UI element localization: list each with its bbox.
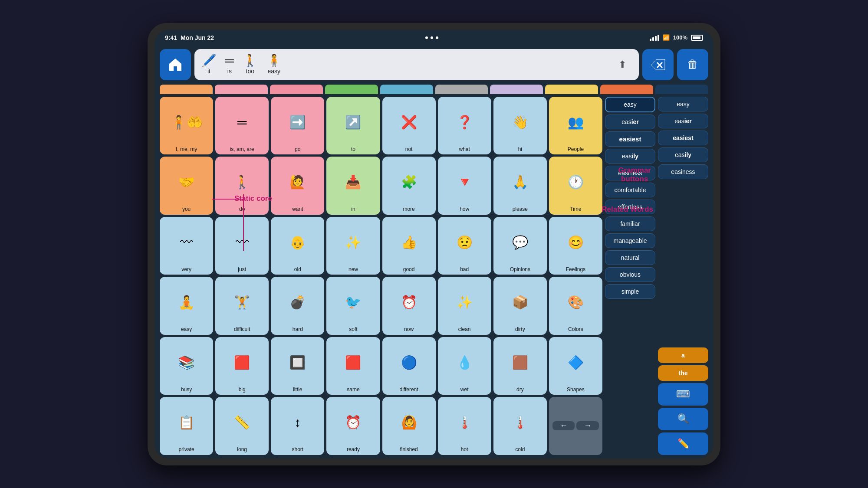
cell-soft[interactable]: 🐦 soft <box>326 277 380 335</box>
cell-is-am-are[interactable]: ═ is, am, are <box>215 97 269 155</box>
nav-left-arrow[interactable]: ← <box>552 421 575 430</box>
cell-finished[interactable]: 🙆 finished <box>382 397 436 455</box>
keyboard-button[interactable]: ⌨ <box>658 383 708 406</box>
grammar-familiar[interactable]: familiar <box>605 216 655 231</box>
related-easiest[interactable]: easiest <box>658 131 708 145</box>
cell-clean[interactable]: ✨ clean <box>438 277 491 335</box>
battery-percent: 100% <box>673 34 687 41</box>
cell-in[interactable]: 📥 in <box>326 157 380 215</box>
cell-hi[interactable]: 👋 hi <box>493 97 547 155</box>
home-button[interactable] <box>160 49 191 80</box>
category-row <box>160 85 708 94</box>
cell-very[interactable]: 〰 very <box>160 217 213 275</box>
time-display: 9:41 <box>165 34 177 41</box>
cell-people[interactable]: 👥 People <box>549 97 602 155</box>
sentence-word-easy: 🧍 easy <box>266 55 282 75</box>
cell-please[interactable]: 🙏 please <box>493 157 547 215</box>
share-button[interactable]: ⬆ <box>613 55 632 74</box>
dot1 <box>425 36 428 39</box>
related-easily[interactable]: easily <box>658 147 708 162</box>
grammar-easily[interactable]: easily <box>605 149 655 164</box>
nav-right-arrow[interactable]: → <box>576 421 599 430</box>
cell-dirty[interactable]: 📦 dirty <box>493 277 547 335</box>
cat-purple[interactable] <box>490 85 543 94</box>
cell-same[interactable]: 🟥 same <box>326 337 380 395</box>
cell-want[interactable]: 🙋 want <box>271 157 324 215</box>
cell-colors[interactable]: 🎨 Colors <box>549 277 602 335</box>
cell-feelings[interactable]: 😊 Feelings <box>549 217 602 275</box>
cat-green[interactable] <box>325 85 378 94</box>
cell-wet[interactable]: 💧 wet <box>438 337 491 395</box>
related-words-label: Related Words <box>602 205 653 214</box>
status-bar: 9:41 Mon Jun 22 📶 100% <box>155 30 713 46</box>
cell-not[interactable]: ❌ not <box>382 97 436 155</box>
dot3 <box>436 36 438 39</box>
cell-long[interactable]: 📏 long <box>215 397 269 455</box>
cell-what[interactable]: ❓ what <box>438 97 491 155</box>
cell-new[interactable]: ✨ new <box>326 217 380 275</box>
grammar-easiest[interactable]: easiest <box>605 131 655 147</box>
cell-private[interactable]: 📋 private <box>160 397 213 455</box>
related-easier[interactable]: easier <box>658 114 708 128</box>
cell-busy[interactable]: 📚 busy <box>160 337 213 395</box>
edit-button[interactable]: ✏️ <box>658 432 708 455</box>
related-easy[interactable]: easy <box>658 97 708 111</box>
grammar-natural[interactable]: natural <box>605 250 655 265</box>
cell-i-me-my[interactable]: 🧍🤲 I, me, my <box>160 97 213 155</box>
grammar-comfortable[interactable]: comfortable <box>605 183 655 197</box>
cell-ready[interactable]: ⏰ ready <box>326 397 380 455</box>
cell-hot[interactable]: 🌡️ hot <box>438 397 491 455</box>
quick-word-the[interactable]: the <box>658 365 708 381</box>
search-button[interactable]: 🔍 <box>658 408 708 430</box>
grammar-manageable[interactable]: manageable <box>605 233 655 248</box>
cell-bad[interactable]: 😟 bad <box>438 217 491 275</box>
cell-old[interactable]: 👴 old <box>271 217 324 275</box>
quick-word-a[interactable]: a <box>658 347 708 363</box>
cell-big[interactable]: 🟥 big <box>215 337 269 395</box>
cell-now[interactable]: ⏰ now <box>382 277 436 335</box>
far-right-panel: easy easier easiest easily easiness a th… <box>658 97 708 455</box>
cell-difficult[interactable]: 🏋️ difficult <box>215 277 269 335</box>
cat-yellow[interactable] <box>545 85 598 94</box>
date-display: Mon Jun 22 <box>181 34 214 41</box>
nav-arrows[interactable]: ← → <box>549 397 602 455</box>
sentence-word-it: 🖊️ it <box>201 55 217 75</box>
cell-cold[interactable]: 🌡️ cold <box>493 397 547 455</box>
cell-easy[interactable]: 🧘 easy <box>160 277 213 335</box>
sentence-word-too: 🚶 too <box>243 55 258 75</box>
trash-button[interactable]: 🗑 <box>677 49 708 80</box>
grammar-simple[interactable]: simple <box>605 284 655 299</box>
grammar-panel: easy easier easiest easily easiness comf… <box>605 97 655 455</box>
cell-short[interactable]: ↕️ short <box>271 397 324 455</box>
cell-do[interactable]: 🚶 do <box>215 157 269 215</box>
cell-shapes[interactable]: 🔷 Shapes <box>549 337 602 395</box>
cell-to[interactable]: ↗️ to <box>326 97 380 155</box>
cell-just[interactable]: 〰 just <box>215 217 269 275</box>
wifi-icon: 📶 <box>663 34 670 41</box>
cell-good[interactable]: 👍 good <box>382 217 436 275</box>
cat-orange[interactable] <box>160 85 213 94</box>
cat-pink[interactable] <box>215 85 268 94</box>
cell-dry[interactable]: 🟫 dry <box>493 337 547 395</box>
cell-opinions[interactable]: 💬 Opinions <box>493 217 547 275</box>
sentence-display: 🖊️ it ═ is 🚶 too <box>194 49 639 80</box>
cell-how[interactable]: 🔻 how <box>438 157 491 215</box>
cell-little[interactable]: 🔲 little <box>271 337 324 395</box>
cell-you[interactable]: 🤝 you <box>160 157 213 215</box>
backspace-button[interactable] <box>642 49 674 80</box>
grammar-easy[interactable]: easy <box>605 97 655 112</box>
grammar-obvious[interactable]: obvious <box>605 267 655 282</box>
cell-time[interactable]: 🕐 Time <box>549 157 602 215</box>
cell-more[interactable]: 🧩 more <box>382 157 436 215</box>
cat-gray[interactable] <box>435 85 488 94</box>
cat-pink2[interactable] <box>270 85 323 94</box>
related-easiness[interactable]: easiness <box>658 164 708 179</box>
cell-hard[interactable]: 💣 hard <box>271 277 324 335</box>
cat-teal[interactable] <box>380 85 433 94</box>
cat-orange2[interactable] <box>600 85 653 94</box>
cell-different[interactable]: 🔵 different <box>382 337 436 395</box>
cell-go[interactable]: ➡️ go <box>271 97 324 155</box>
cat-dark[interactable] <box>655 85 708 94</box>
signal-icon <box>650 35 659 41</box>
grammar-easier[interactable]: easier <box>605 115 655 129</box>
